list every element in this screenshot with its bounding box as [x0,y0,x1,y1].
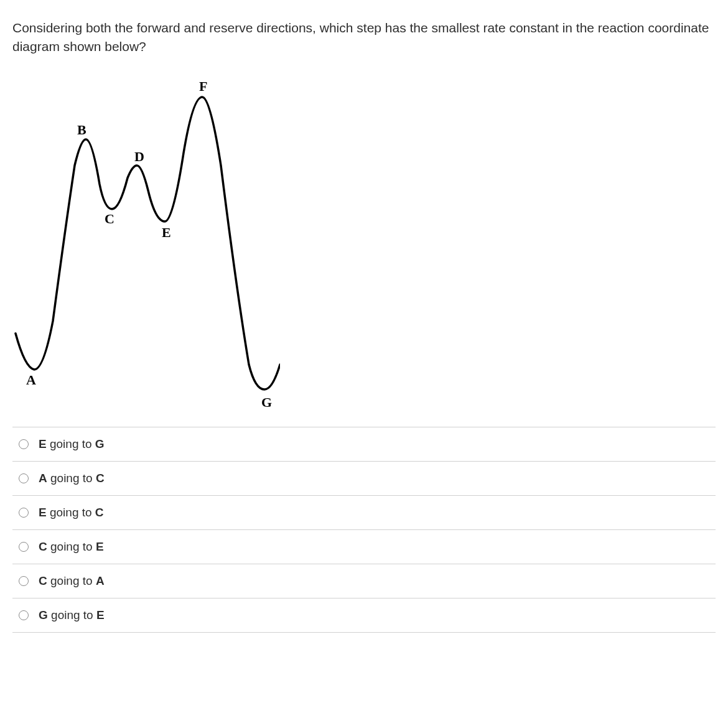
option-label: E going to G [39,437,105,451]
option-label: C going to E [39,540,104,554]
label-B: B [77,122,86,138]
option-row[interactable]: G going to E [12,598,716,632]
option-label: C going to A [39,574,105,588]
option-row[interactable]: C going to A [12,564,716,598]
radio-icon [19,576,29,586]
label-D: D [134,149,144,165]
label-E: E [162,225,171,241]
question-text: Considering both the forward and reserve… [12,19,716,57]
option-row[interactable]: E going to C [12,495,716,529]
answer-options: E going to G A going to C E going to C C… [12,427,716,633]
curve-svg [12,72,280,408]
option-label: G going to E [39,608,105,622]
option-row[interactable]: E going to G [12,427,716,461]
label-F: F [199,78,207,95]
option-row[interactable]: A going to C [12,461,716,495]
option-label: E going to C [39,506,104,519]
radio-icon [19,439,29,449]
radio-icon [19,508,29,518]
label-C: C [105,211,114,227]
option-label: A going to C [39,472,105,485]
radio-icon [19,610,29,620]
radio-icon [19,473,29,483]
radio-icon [19,542,29,552]
label-A: A [26,372,36,388]
option-row[interactable]: C going to E [12,529,716,564]
label-G: G [261,394,272,411]
reaction-coordinate-diagram: A B C D E F G [12,72,280,408]
